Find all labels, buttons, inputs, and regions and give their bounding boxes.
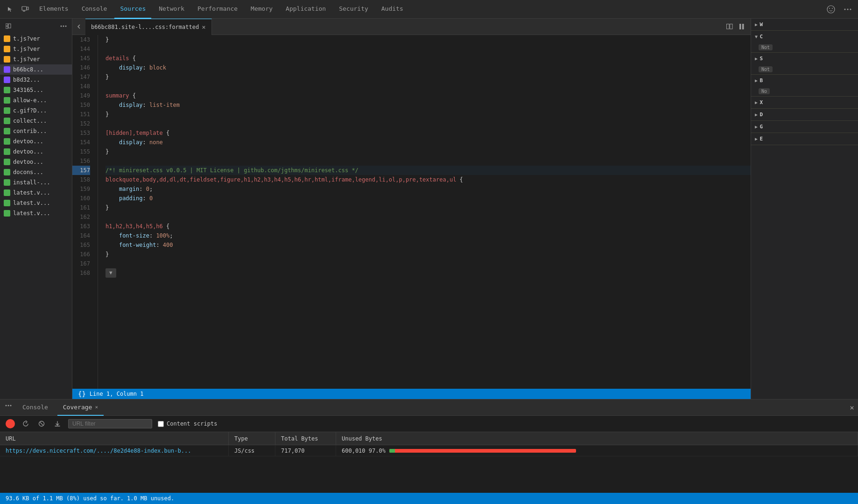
sidebar-file-15[interactable]: install-...	[0, 177, 72, 188]
sidebar-file-9[interactable]: collect...	[0, 116, 72, 126]
section-label-d: D	[760, 112, 763, 118]
sidebar-file-14[interactable]: docons...	[0, 167, 72, 177]
tab-audits[interactable]: Audits	[376, 0, 409, 19]
file-name: t.js?ver	[13, 56, 40, 63]
clear-icon[interactable]	[36, 419, 47, 429]
chevron-right-icon: ▶	[755, 136, 758, 141]
split-editor-icon[interactable]	[724, 21, 735, 32]
line-num: 154	[72, 138, 90, 147]
bottom-close-button[interactable]: ×	[850, 403, 854, 412]
right-section-header-g[interactable]: ▶ G	[751, 121, 858, 133]
svg-rect-18	[739, 24, 741, 29]
code-content[interactable]: } details { display: block } summary { d…	[98, 35, 751, 389]
code-line	[105, 212, 751, 222]
line-num: 155	[72, 147, 90, 156]
sidebar-file-6[interactable]: 343165...	[0, 85, 72, 95]
svg-rect-1	[27, 7, 29, 10]
sidebar-file-17[interactable]: latest.v...	[0, 198, 72, 208]
tab-performance[interactable]: Performance	[192, 0, 243, 19]
tab-network[interactable]: Network	[153, 0, 190, 19]
code-line	[105, 119, 751, 128]
sidebar-file-16[interactable]: latest.v...	[0, 188, 72, 198]
go-back-button[interactable]	[72, 19, 85, 35]
url-filter-input[interactable]	[68, 419, 152, 428]
sidebar-file-10[interactable]: contrib...	[0, 126, 72, 136]
svg-rect-19	[742, 24, 744, 29]
tab-coverage[interactable]: Coverage ×	[57, 399, 104, 416]
td-unused: 600,010 97.0%	[336, 445, 858, 456]
line-num: 148	[72, 82, 90, 91]
sidebar-file-12[interactable]: devtoo...	[0, 147, 72, 157]
sidebar-file-13[interactable]: devtoo...	[0, 157, 72, 167]
sidebar-more-icon[interactable]	[59, 21, 68, 31]
editor-tab-close[interactable]: ×	[202, 23, 205, 31]
more-icon[interactable]	[841, 3, 854, 16]
svg-point-15	[65, 26, 67, 27]
content-scripts-toggle[interactable]	[158, 421, 164, 427]
line-num: 146	[72, 63, 90, 72]
status-bar: {} Line 1, Column 1	[72, 389, 751, 399]
tab-memory[interactable]: Memory	[245, 0, 278, 19]
file-icon	[4, 35, 10, 42]
device-icon[interactable]	[19, 3, 32, 16]
emoji-icon[interactable]	[824, 3, 837, 16]
section-label-e: E	[760, 136, 763, 142]
tab-console-bottom[interactable]: Console	[17, 399, 54, 416]
pause-icon[interactable]	[737, 21, 747, 32]
tab-sources[interactable]: Sources	[114, 0, 151, 19]
code-line: h1,h2,h3,h4,h5,h6 {	[105, 222, 751, 231]
table-row[interactable]: https://devs.nicecraft.com/..../8e2d4e88…	[0, 445, 858, 456]
coverage-tab-label: Coverage	[63, 404, 92, 411]
sidebar-file-1[interactable]: t.js?ver	[0, 34, 72, 44]
th-url: URL	[0, 432, 229, 445]
tab-console[interactable]: Console	[76, 0, 113, 19]
line-num: 153	[72, 128, 90, 138]
sidebar-file-3[interactable]: t.js?ver	[0, 54, 72, 64]
not-badge-b: No	[759, 88, 770, 94]
section-label-c: C	[760, 34, 763, 40]
coverage-tab-close[interactable]: ×	[95, 404, 98, 410]
right-section-header-d[interactable]: ▶ D	[751, 109, 858, 120]
svg-point-13	[61, 26, 62, 27]
chevron-right-icon: ▶	[755, 56, 758, 61]
sidebar-file-7[interactable]: allow-e...	[0, 95, 72, 105]
tab-security[interactable]: Security	[333, 0, 374, 19]
right-section-d: ▶ D	[751, 109, 858, 121]
cursor-icon[interactable]	[4, 3, 17, 16]
editor-tab-file[interactable]: b66bc881.site-l....css:formatted ×	[85, 19, 212, 35]
bottom-panel: Console Coverage × ×	[0, 399, 858, 504]
chevron-down-icon: ▼	[755, 34, 758, 39]
line-numbers: 143 144 145 146 147 148 149 150 151 152 …	[72, 35, 98, 389]
line-num: 162	[72, 212, 90, 222]
line-num: 163	[72, 222, 90, 231]
file-icon	[4, 77, 10, 83]
sidebar-file-5[interactable]: b8d32...	[0, 75, 72, 85]
sidebar-file-11[interactable]: devtoo...	[0, 136, 72, 147]
code-line	[105, 82, 751, 91]
sidebar-expand-icon[interactable]	[4, 21, 13, 31]
right-section-header-x[interactable]: ▶ X	[751, 97, 858, 108]
sidebar-file-4[interactable]: b66bc8...	[0, 64, 72, 75]
right-section-header-c[interactable]: ▼ C	[751, 31, 858, 42]
record-button[interactable]	[6, 419, 15, 428]
tab-application[interactable]: Application	[280, 0, 331, 19]
right-section-header-b[interactable]: ▶ B	[751, 75, 858, 86]
file-icon	[4, 169, 10, 175]
code-line: [hidden],template {	[105, 128, 751, 138]
url-filter-container[interactable]	[68, 419, 152, 428]
download-icon[interactable]	[52, 419, 63, 429]
sidebar-file-2[interactable]: t.js?ver	[0, 44, 72, 54]
right-section-c: ▼ C Not	[751, 31, 858, 53]
file-icon	[4, 87, 10, 93]
right-section-header-w[interactable]: ▶ W	[751, 19, 858, 30]
code-editor[interactable]: 143 144 145 146 147 148 149 150 151 152 …	[72, 35, 751, 389]
tab-elements[interactable]: Elements	[34, 0, 74, 19]
th-unused: Unused Bytes	[336, 432, 858, 445]
right-section-header-e[interactable]: ▶ E	[751, 133, 858, 145]
sidebar-file-18[interactable]: latest.v...	[0, 208, 72, 218]
content-scripts-checkbox[interactable]: Content scripts	[158, 420, 217, 427]
sidebar-file-8[interactable]: c.gif?D...	[0, 105, 72, 116]
bottom-menu-icon[interactable]	[4, 403, 13, 412]
refresh-icon[interactable]	[21, 419, 31, 429]
right-section-header-s[interactable]: ▶ S	[751, 53, 858, 64]
